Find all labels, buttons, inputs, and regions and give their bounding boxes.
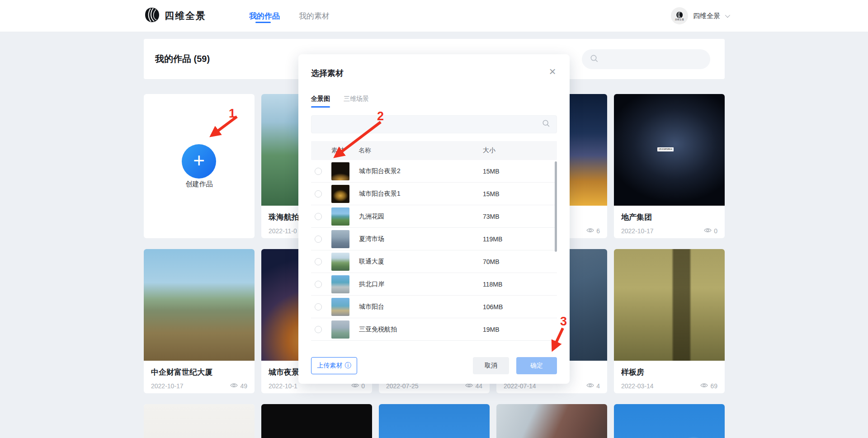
- user-name: 四维全景: [693, 12, 720, 20]
- brand[interactable]: 四维全景: [144, 0, 206, 32]
- material-row[interactable]: 联通大厦 70MB: [311, 250, 557, 273]
- work-date: 2022-10-17: [621, 227, 654, 235]
- material-row[interactable]: 夏湾市场 119MB: [311, 228, 557, 250]
- material-thumbnail: [331, 230, 349, 248]
- create-work-label: 创建作品: [144, 180, 255, 188]
- material-row[interactable]: 九洲花园 73MB: [311, 205, 557, 228]
- scrollbar-thumb[interactable]: [555, 161, 557, 252]
- column-size: 大小: [483, 146, 495, 155]
- views-count: 6: [596, 227, 600, 235]
- tab-panorama[interactable]: 全景图: [311, 95, 330, 108]
- modal-title: 选择素材: [311, 68, 344, 79]
- search-icon: [542, 119, 550, 129]
- work-card[interactable]: [496, 404, 607, 438]
- work-thumbnail: [614, 404, 725, 438]
- work-views: 69: [700, 382, 717, 390]
- material-table-header: 素材 名称 大小: [311, 141, 557, 160]
- work-card[interactable]: [261, 404, 372, 438]
- work-card[interactable]: 053385864 地产集团 2022-10-17 0: [614, 94, 725, 238]
- work-card[interactable]: 中企财富世纪大厦 2022-10-17 49: [144, 249, 255, 393]
- material-name: 联通大厦: [359, 258, 384, 266]
- eye-icon: [230, 382, 238, 390]
- material-size: 15MB: [483, 190, 500, 198]
- material-size: 106MB: [483, 303, 503, 311]
- radio-button[interactable]: [315, 281, 322, 288]
- work-card[interactable]: [614, 404, 725, 438]
- plus-icon[interactable]: +: [182, 144, 216, 179]
- close-icon[interactable]: ×: [545, 64, 560, 79]
- material-size: 73MB: [483, 213, 500, 220]
- tab-my-works[interactable]: 我的作品: [249, 0, 280, 32]
- views-count: 69: [710, 382, 717, 390]
- works-search[interactable]: [582, 49, 710, 69]
- tab-my-materials[interactable]: 我的素材: [299, 0, 330, 32]
- work-card[interactable]: [379, 404, 490, 438]
- eye-icon: [700, 382, 708, 390]
- radio-button[interactable]: [315, 213, 322, 220]
- material-thumbnail: [331, 320, 349, 339]
- material-size: 19MB: [483, 326, 500, 333]
- material-name: 三亚免税航拍: [359, 325, 397, 334]
- work-title: 地产集团: [621, 212, 717, 222]
- page-title: 我的作品 (59): [155, 39, 210, 79]
- avatar-text: 四维全景: [675, 19, 684, 21]
- material-name: 拱北口岸: [359, 280, 384, 288]
- works-search-input[interactable]: [603, 56, 702, 63]
- material-thumbnail: [331, 298, 349, 316]
- active-tab-underline: [255, 22, 271, 23]
- search-icon: [590, 54, 599, 65]
- radio-button[interactable]: [315, 168, 322, 175]
- work-date: 2022-03-14: [621, 382, 654, 390]
- user-menu[interactable]: 四维全景 四维全景: [671, 0, 729, 32]
- brand-name: 四维全景: [165, 9, 206, 22]
- material-size: 15MB: [483, 168, 500, 175]
- work-thumbnail: [144, 404, 255, 438]
- material-search[interactable]: [311, 115, 557, 133]
- confirm-button[interactable]: 确定: [516, 357, 557, 374]
- material-row[interactable]: 三亚免税航拍 19MB: [311, 318, 557, 341]
- work-date: 2022-11-0: [269, 227, 297, 235]
- modal-tabs: 全景图 三维场景: [311, 95, 369, 108]
- work-thumbnail: [379, 404, 490, 438]
- work-thumbnail: 053385864: [614, 94, 725, 206]
- views-count: 49: [240, 382, 247, 390]
- material-size: 118MB: [483, 281, 502, 288]
- material-thumbnail: [331, 162, 349, 180]
- column-name: 名称: [359, 146, 371, 155]
- material-name: 城市阳台: [359, 303, 384, 311]
- radio-button[interactable]: [315, 326, 322, 333]
- work-title: 样板房: [621, 367, 717, 377]
- select-material-modal: 选择素材 × 全景图 三维场景 素材 名称 大小 城市阳台夜景2 15MB 城市…: [298, 54, 570, 384]
- material-thumbnail: [331, 207, 349, 226]
- radio-button[interactable]: [315, 235, 322, 243]
- work-title: 中企财富世纪大厦: [151, 367, 247, 377]
- work-card[interactable]: 样板房 2022-03-14 69: [614, 249, 725, 393]
- eye-icon: [586, 227, 594, 235]
- upload-material-button[interactable]: 上传素材 ⓘ: [311, 357, 357, 374]
- material-row[interactable]: 城市阳台夜景1 15MB: [311, 183, 557, 205]
- material-row[interactable]: 拱北口岸 118MB: [311, 273, 557, 296]
- material-row[interactable]: 城市阳台夜景2 15MB: [311, 160, 557, 183]
- material-row[interactable]: 城市阳台 106MB: [311, 296, 557, 318]
- top-navbar: 四维全景 我的作品 我的素材 四维全景 四维全景: [0, 0, 868, 32]
- model-tag-label: 053385864: [657, 147, 674, 151]
- work-views: 4: [586, 382, 600, 390]
- work-thumbnail: [261, 404, 372, 438]
- material-size: 70MB: [483, 258, 500, 265]
- material-search-input[interactable]: [318, 121, 542, 128]
- tab-3d-scene[interactable]: 三维场景: [344, 95, 369, 108]
- cancel-button[interactable]: 取消: [473, 357, 509, 374]
- chevron-down-icon: [725, 13, 730, 18]
- radio-button[interactable]: [315, 258, 322, 265]
- radio-button[interactable]: [315, 303, 322, 311]
- work-views: 6: [586, 227, 600, 235]
- create-work-card[interactable]: + 创建作品: [144, 94, 255, 238]
- radio-button[interactable]: [315, 190, 322, 198]
- material-thumbnail: [331, 275, 349, 293]
- material-size: 119MB: [483, 235, 502, 243]
- work-thumbnail: [496, 404, 607, 438]
- eye-icon: [704, 227, 712, 235]
- work-card[interactable]: [144, 404, 255, 438]
- work-views: 49: [230, 382, 247, 390]
- material-list: 城市阳台夜景2 15MB 城市阳台夜景1 15MB 九洲花园 73MB 夏湾市场…: [311, 160, 557, 341]
